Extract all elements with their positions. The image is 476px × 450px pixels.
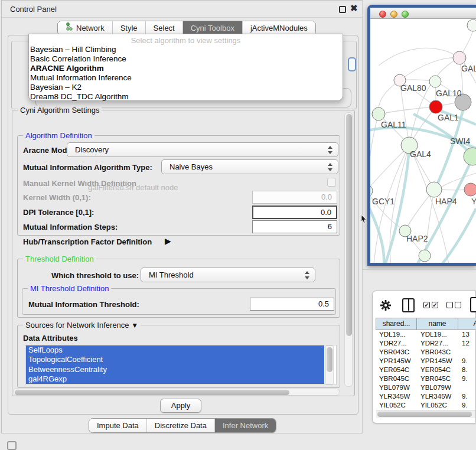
table-hscrollbar-thumb[interactable] <box>377 412 472 417</box>
minimize-traffic-light-icon[interactable] <box>390 11 397 18</box>
table-cell: YBL079W <box>417 383 458 392</box>
tab-cyni-toolbox[interactable]: Cyni Toolbox <box>183 21 243 35</box>
tab-label: Impute Data <box>97 419 139 432</box>
tab-select[interactable]: Select <box>146 21 183 35</box>
float-window-icon[interactable] <box>339 6 346 13</box>
control-panel-titlebar: Control Panel ✖ <box>2 1 362 18</box>
table-row[interactable]: YER054CYER054C8. <box>376 366 476 374</box>
mi-threshold-field[interactable]: 0.5 <box>250 298 334 311</box>
node-label-y: Y <box>471 197 476 206</box>
table-row[interactable]: YDL19...YDL19...13 <box>376 330 476 339</box>
mi-steps-label: Mutual Information Steps: <box>23 223 118 231</box>
expand-right-icon[interactable]: ▶ <box>165 236 171 246</box>
column-header-a[interactable]: A <box>458 318 476 330</box>
node-gal-pink[interactable] <box>453 51 466 64</box>
apply-button[interactable]: Apply <box>160 399 201 413</box>
select-all-checkbox2-icon[interactable]: ✓ <box>432 302 438 308</box>
gear-icon[interactable] <box>380 300 391 311</box>
close-icon[interactable]: ✖ <box>350 3 358 14</box>
zoom-traffic-light-icon[interactable] <box>402 11 409 18</box>
close-traffic-light-icon[interactable] <box>379 11 386 18</box>
algorithm-option-aracne-algorithm[interactable]: ARACNE Algorithm <box>29 64 343 73</box>
table-row[interactable]: YBL079WYBL079W <box>376 383 476 392</box>
algorithm-option-basic-correlation-inference[interactable]: Basic Correlation Inference <box>29 54 343 64</box>
algorithm-option-dream8-dc-tdc-algorithm[interactable]: Dream8 DC_TDC Algorithm <box>29 92 343 102</box>
node-gal11[interactable] <box>372 107 385 120</box>
table-cell: YIL052C <box>417 401 458 409</box>
settings-vscrollbar[interactable] <box>344 112 353 387</box>
table-row[interactable]: YPR145WYPR145W9. <box>376 357 476 366</box>
node-label-gal11: GAL11 <box>381 120 406 129</box>
table-body: YDL19...YDL19...13YDR27...YDR27...12YBR0… <box>376 330 476 409</box>
algorithm-option-bayesian-k2[interactable]: Bayesian – K2 <box>29 83 343 92</box>
aracne-mode-select[interactable]: Discovery <box>67 142 338 157</box>
attributes-scrollbar-thumb[interactable] <box>327 347 332 372</box>
table-hscrollbar[interactable] <box>376 410 475 418</box>
tab-network[interactable]: Network <box>58 21 113 35</box>
tab-infer-network[interactable]: Infer Network <box>215 419 276 432</box>
algorithm-option-mutual-information-inference[interactable]: Mutual Information Inference <box>29 73 343 83</box>
node-label-gal10: GAL10 <box>436 89 462 98</box>
list-item-gal4rgexp[interactable]: gal4RGexp <box>26 374 324 384</box>
combo-spinner-icon <box>328 145 333 155</box>
settings-hscrollbar-thumb[interactable] <box>15 390 289 395</box>
columns-icon[interactable] <box>402 298 415 312</box>
deselect-all-checkbox-icon[interactable] <box>446 302 453 308</box>
node-top-partial[interactable] <box>467 19 476 31</box>
column-header-name[interactable]: name <box>417 318 458 330</box>
which-threshold-select[interactable]: MI Threshold <box>141 268 315 282</box>
list-item-topologicalcoefficient[interactable]: TopologicalCoefficient <box>26 355 324 364</box>
table-cell: 9. <box>458 392 476 401</box>
kernel-width-field[interactable]: 0.0 <box>252 191 337 204</box>
mi-algorithm-type-select[interactable]: Naive Bayes <box>161 159 338 174</box>
dock-window-icon[interactable] <box>7 441 17 450</box>
node-gcy1[interactable] <box>370 185 373 197</box>
algorithm-option-bayesian-hill-climbing[interactable]: Bayesian – Hill Climbing <box>29 45 343 54</box>
node-bottom[interactable] <box>419 250 431 262</box>
collapse-down-icon[interactable]: ▼ <box>131 321 138 330</box>
node-hap4[interactable] <box>426 182 442 197</box>
tab-discretize-data[interactable]: Discretize Data <box>147 419 215 432</box>
table-cell: 12 <box>458 339 476 348</box>
table-row[interactable]: YBR045CYBR045C9. <box>376 374 476 383</box>
list-item-selfloops[interactable]: SelfLoops <box>26 345 324 355</box>
table-cell: 9. <box>458 357 476 366</box>
node-gal1[interactable] <box>429 100 442 113</box>
list-item-betweennesscentrality[interactable]: BetweennessCentrality <box>26 365 324 374</box>
partial-focused-button[interactable] <box>348 57 356 71</box>
table-row[interactable]: YIL052CYIL052C9. <box>376 401 476 409</box>
tab-jactivemnodules[interactable]: jActiveMNodules <box>243 21 315 35</box>
column-header-shared[interactable]: shared... <box>376 318 417 330</box>
tab-label: jActiveMNodules <box>250 21 308 35</box>
hub-definition-label[interactable]: Hub/Transcription Factor Definition <box>23 237 152 246</box>
node-salmon[interactable] <box>464 183 476 196</box>
node-gal10[interactable] <box>429 76 441 87</box>
table-row[interactable]: YDR27...YDR27...12 <box>376 339 476 348</box>
algorithm-dropdown: Select algorithm to view settings Bayesi… <box>28 34 343 101</box>
settings-hscrollbar[interactable] <box>13 388 340 396</box>
settings-vscrollbar-thumb[interactable] <box>346 114 352 336</box>
table-cell: YDL19... <box>376 330 417 339</box>
new-table-icon[interactable] <box>470 297 476 312</box>
tab-label: Cyni Toolbox <box>191 21 234 35</box>
deselect-all-checkbox2-icon[interactable] <box>455 302 461 308</box>
dpi-tolerance-field[interactable]: 0.0 <box>252 206 337 219</box>
algorithm-dropdown-items: Bayesian – Hill ClimbingBasic Correlatio… <box>29 45 343 102</box>
network-canvas[interactable]: GALGAL80GAL10GAL1GAL11GAL4SWI4GCY1HAP4YH… <box>370 19 476 263</box>
node-swi4[interactable] <box>464 148 476 165</box>
table-header-row: shared...nameA <box>376 318 476 330</box>
manual-kernel-width-checkbox[interactable] <box>327 178 336 187</box>
table-row[interactable]: YLR345WYLR345W9. <box>376 392 476 401</box>
table-row[interactable]: YBR043CYBR043C <box>376 348 476 357</box>
tab-style[interactable]: Style <box>113 21 146 35</box>
which-threshold-value: MI Threshold <box>149 270 194 279</box>
tab-label: Select <box>154 21 175 35</box>
cyni-algorithm-settings-legend: Cyni Algorithm Settings <box>18 106 102 115</box>
select-all-checkbox-icon[interactable]: ✓ <box>423 302 430 308</box>
tab-label: Discretize Data <box>155 419 207 432</box>
node-label-hap2: HAP2 <box>406 234 428 243</box>
data-attributes-label: Data Attributes <box>23 334 78 343</box>
tab-impute-data[interactable]: Impute Data <box>89 419 147 432</box>
attributes-scrollbar[interactable] <box>325 345 334 384</box>
mi-steps-field[interactable]: 6 <box>252 220 337 233</box>
